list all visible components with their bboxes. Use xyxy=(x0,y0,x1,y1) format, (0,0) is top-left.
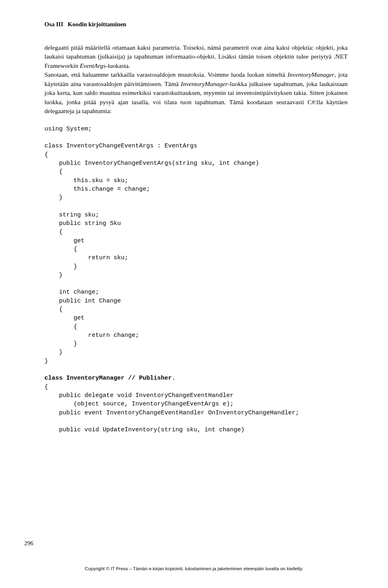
page-number: 296 xyxy=(24,540,34,547)
code-listing: using System; class InventoryChangeEvent… xyxy=(44,125,348,435)
footer-copyright: Copyright © IT Press – Tämän e-kirjan ko… xyxy=(0,566,388,571)
body-paragraph-1: delegaatti pitää määritellä ottamaan kak… xyxy=(44,43,348,116)
header-part: Osa III xyxy=(44,21,63,27)
page-header: Osa III Koodin kirjoittaminen xyxy=(44,21,348,28)
header-title: Koodin kirjoittaminen xyxy=(68,21,127,27)
